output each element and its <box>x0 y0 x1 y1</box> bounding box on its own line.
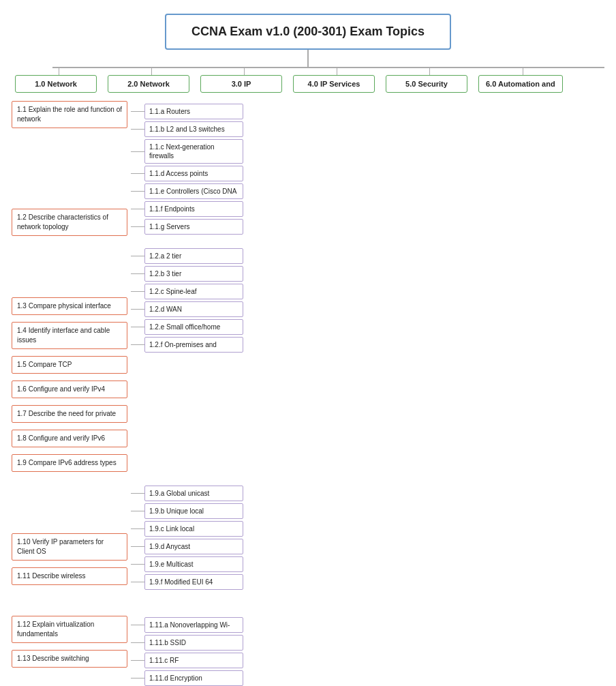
h-conn <box>131 151 144 152</box>
sub-row: 1.1.f Endpoints <box>131 201 604 217</box>
subs-1-11-group: 1.11.a Nonoverlapping Wi- 1.11.b SSID 1.… <box>131 617 604 686</box>
topics-column: 1.1 Explain the role and function of net… <box>12 101 127 686</box>
h-conn <box>131 344 144 345</box>
topic-1-9: 1.9 Compare IPv6 address types <box>12 454 127 472</box>
tab-5[interactable]: 5.0 Security <box>386 75 467 93</box>
sub-1-2-e: 1.2.e Small office/home <box>144 319 243 335</box>
sub-1-11-c: 1.11.c RF <box>144 653 243 668</box>
sub-1-11-b: 1.11.b SSID <box>144 635 243 651</box>
h-conn <box>131 528 144 529</box>
h-conn <box>131 564 144 565</box>
topic-1-12: 1.12 Explain virtualization fundamentals <box>12 616 127 643</box>
sub-1-9-a: 1.9.a Global unicast <box>144 486 243 501</box>
sub-1-9-b: 1.9.b Unique local <box>144 503 243 519</box>
spacer-1-2 <box>12 239 127 294</box>
tabs-row: 1.0 Network 2.0 Network 3.0 IP 4.0 IP Se… <box>12 67 604 93</box>
h-conn <box>131 273 144 274</box>
sub-row: 1.1.c Next-generation firewalls <box>131 139 604 164</box>
tab-4[interactable]: 4.0 IP Services <box>293 75 375 93</box>
diagram-area: 1.1 Explain the role and function of net… <box>12 101 604 686</box>
page-title: CCNA Exam v1.0 (200-301) Exam Topics <box>165 14 451 50</box>
sub-1-9-c: 1.9.c Link local <box>144 521 243 537</box>
topic-1-1: 1.1 Explain the role and function of net… <box>12 101 127 128</box>
sub-row: 1.11.a Nonoverlapping Wi- <box>131 617 604 633</box>
sub-1-1-c: 1.1.c Next-generation firewalls <box>144 139 243 164</box>
sub-row: 1.9.b Unique local <box>131 503 604 519</box>
sub-row: 1.2.d WAN <box>131 301 604 317</box>
sub-row: 1.9.a Global unicast <box>131 486 604 501</box>
gap-1-10 <box>131 590 604 617</box>
tab-1[interactable]: 1.0 Network <box>15 75 97 93</box>
sub-row: 1.11.d Encryption <box>131 670 604 686</box>
tab-group-3: 3.0 IP <box>200 67 288 93</box>
sub-1-11-a: 1.11.a Nonoverlapping Wi- <box>144 617 243 633</box>
h-conn <box>131 546 144 547</box>
sub-row: 1.11.b SSID <box>131 635 604 651</box>
sub-1-11-d: 1.11.d Encryption <box>144 670 243 686</box>
tab-group-6: 6.0 Automation and <box>478 67 568 93</box>
sub-1-2-d: 1.2.d WAN <box>144 301 243 317</box>
sub-1-2-f: 1.2.f On-premises and <box>144 337 243 353</box>
sub-row: 1.1.e Controllers (Cisco DNA <box>131 183 604 199</box>
h-conn <box>131 511 144 511</box>
sub-row: 1.1.g Servers <box>131 219 604 235</box>
topic-1-5: 1.5 Compare TCP <box>12 356 127 374</box>
subs-1-1-group: 1.1.a Routers 1.1.b L2 and L3 switches 1… <box>131 104 604 235</box>
h-conn <box>131 173 144 174</box>
sub-row: 1.1.a Routers <box>131 104 604 119</box>
sub-row: 1.9.f Modified EUI 64 <box>131 574 604 590</box>
h-conn <box>131 678 144 678</box>
h-conn <box>131 327 144 327</box>
h-conn <box>131 291 144 292</box>
tab-2[interactable]: 2.0 Network <box>108 75 189 93</box>
sub-row: 1.2.c Spine-leaf <box>131 284 604 299</box>
tab-group-1: 1.0 Network <box>15 67 102 93</box>
h-conn <box>131 191 144 192</box>
sub-1-2-a: 1.2.a 2 tier <box>144 248 243 264</box>
spacer-1-9 <box>12 475 127 526</box>
spacer-1-11 <box>12 588 127 609</box>
h-conn <box>131 226 144 227</box>
topic-1-7: 1.7 Describe the need for private <box>12 405 127 423</box>
sub-1-1-d: 1.1.d Access points <box>144 166 243 181</box>
topic-1-13: 1.13 Describe switching <box>12 650 127 668</box>
tabs-h-connector <box>52 67 604 68</box>
subs-1-9-group: 1.9.a Global unicast 1.9.b Unique local … <box>131 486 604 590</box>
h-conn <box>131 493 144 494</box>
sub-1-1-g: 1.1.g Servers <box>144 219 243 235</box>
topic-1-3: 1.3 Compare physical interface <box>12 297 127 315</box>
sub-1-9-d: 1.9.d Anycast <box>144 539 243 554</box>
sub-row: 1.2.b 3 tier <box>131 266 604 282</box>
tab-group-5: 5.0 Security <box>386 67 473 93</box>
sub-row: 1.1.b L2 and L3 switches <box>131 121 604 137</box>
topic-1-8: 1.8 Configure and verify IPv6 <box>12 430 127 447</box>
sub-row: 1.11.c RF <box>131 653 604 668</box>
tab-group-4: 4.0 IP Services <box>293 67 380 93</box>
gap-no-subs <box>131 353 604 486</box>
topic-1-6: 1.6 Configure and verify IPv4 <box>12 381 127 398</box>
subs-column: 1.1.a Routers 1.1.b L2 and L3 switches 1… <box>131 101 604 686</box>
sub-row: 1.9.e Multicast <box>131 556 604 572</box>
spacer-1-1 <box>12 132 127 205</box>
tab-group-2: 2.0 Network <box>108 67 195 93</box>
h-conn <box>131 129 144 130</box>
sub-row: 1.9.d Anycast <box>131 539 604 554</box>
h-conn <box>131 625 144 625</box>
sub-1-2-c: 1.2.c Spine-leaf <box>144 284 243 299</box>
h-conn <box>131 111 144 112</box>
h-conn <box>131 309 144 310</box>
h-conn <box>131 660 144 661</box>
topic-1-10: 1.10 Verify IP parameters for Client OS <box>12 533 127 561</box>
title-connector <box>307 50 309 67</box>
tab-3[interactable]: 3.0 IP <box>200 75 282 93</box>
sub-row: 1.2.e Small office/home <box>131 319 604 335</box>
sub-row: 1.1.d Access points <box>131 166 604 181</box>
sub-1-1-a: 1.1.a Routers <box>144 104 243 119</box>
tab-6[interactable]: 6.0 Automation and <box>478 75 563 93</box>
topic-1-2: 1.2 Describe characteristics of network … <box>12 209 127 236</box>
h-conn <box>131 256 144 256</box>
sub-1-1-b: 1.1.b L2 and L3 switches <box>144 121 243 137</box>
gap-after-1-1 <box>131 235 604 248</box>
sub-1-9-f: 1.9.f Modified EUI 64 <box>144 574 243 590</box>
sub-row: 1.2.a 2 tier <box>131 248 604 264</box>
